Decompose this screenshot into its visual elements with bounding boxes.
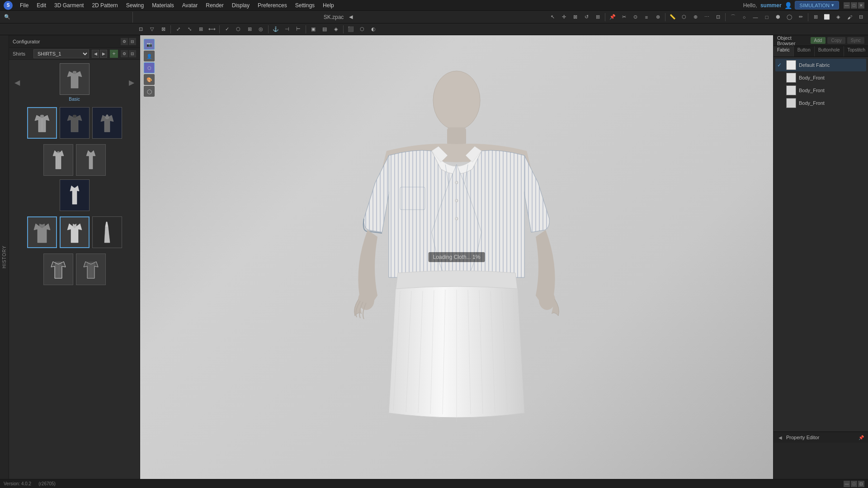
- tool2-flatten[interactable]: ⊞: [195, 24, 206, 35]
- bottom-size-btn[interactable]: ⊡: [858, 481, 864, 487]
- tool2-render-solid[interactable]: ⬛: [345, 24, 356, 35]
- vp-body-btn[interactable]: 👤: [144, 51, 155, 61]
- thumb-shirt-dark[interactable]: [60, 107, 90, 139]
- property-editor-collapse-btn[interactable]: ◀: [777, 434, 783, 441]
- tool-dart[interactable]: ⊙: [630, 12, 641, 23]
- tab-button[interactable]: Button: [794, 46, 815, 56]
- thumb-coat-dark[interactable]: [27, 216, 57, 248]
- thumb-vest-2[interactable]: [76, 144, 106, 176]
- basic-thumbnail[interactable]: [60, 63, 90, 95]
- tool-button[interactable]: ⊕: [690, 12, 701, 23]
- menu-2d-pattern[interactable]: 2D Pattern: [88, 1, 121, 9]
- menu-preferences[interactable]: Preferences: [254, 1, 291, 9]
- menu-help[interactable]: Help: [319, 1, 338, 9]
- fabric-item-default[interactable]: ✓ Default Fabric: [775, 59, 866, 71]
- tool2-invert[interactable]: ⊠: [158, 24, 169, 35]
- tool-elastic[interactable]: ⊗: [652, 12, 663, 23]
- thumb-shirt-thin[interactable]: [60, 179, 90, 211]
- tool-weld[interactable]: ⊡: [712, 12, 723, 23]
- tool2-fold[interactable]: ⤡: [184, 24, 195, 35]
- menu-materials[interactable]: Materials: [148, 1, 178, 9]
- tool-3d-sculpt[interactable]: ◈: [833, 12, 844, 23]
- tool2-snap[interactable]: ◎: [255, 24, 266, 35]
- tool-add-point[interactable]: ○: [739, 12, 750, 23]
- viewport[interactable]: 📷 👤 ⬡ 🎨 ◯: [140, 35, 773, 479]
- fabric-item-body-front-1[interactable]: Body_Front: [775, 71, 866, 84]
- vp-mesh-btn[interactable]: ⬡: [144, 62, 155, 73]
- thumb-striped-2[interactable]: [76, 253, 106, 285]
- tool-polygon[interactable]: ⬢: [773, 12, 783, 23]
- add-shirt-btn[interactable]: +: [110, 50, 118, 58]
- bottom-maximize-btn[interactable]: □: [851, 481, 857, 487]
- close-button[interactable]: ✕: [858, 2, 864, 9]
- tool2-camera-front[interactable]: ▣: [308, 24, 319, 35]
- shirt-select[interactable]: SHIRTS_1: [33, 49, 89, 58]
- tool-remesh[interactable]: ⊟: [855, 12, 866, 23]
- tool-pin[interactable]: 📌: [607, 12, 618, 23]
- vp-sphere-btn[interactable]: ◯: [144, 86, 155, 97]
- tool-trace[interactable]: ⬜: [821, 12, 832, 23]
- add-fabric-btn[interactable]: Add: [811, 37, 826, 44]
- menu-3d-garment[interactable]: 3D Garment: [51, 1, 87, 9]
- menu-avatar[interactable]: Avatar: [179, 1, 201, 9]
- tool2-deselect[interactable]: ▽: [146, 24, 157, 35]
- tool-fabric[interactable]: ⬡: [679, 12, 689, 23]
- settings-btn[interactable]: ⚙: [121, 38, 128, 45]
- nav-prev-btn[interactable]: ◀: [92, 50, 99, 58]
- nav-next-btn[interactable]: ▶: [100, 50, 107, 58]
- tool2-sew[interactable]: ⟷: [207, 24, 217, 35]
- maximize-button[interactable]: □: [851, 2, 857, 9]
- tab-topstitch[interactable]: Topstitch: [844, 46, 868, 56]
- tool2-wireframe[interactable]: ⬡: [357, 24, 368, 35]
- tool-crease[interactable]: ⋯: [701, 12, 712, 23]
- collapse-panel-btn[interactable]: ◀: [345, 12, 356, 23]
- tool-measure[interactable]: 📏: [667, 12, 678, 23]
- search-icon[interactable]: 🔍: [2, 12, 13, 23]
- tool-seam[interactable]: ✂: [618, 12, 629, 23]
- tool-scale[interactable]: ⊠: [570, 12, 580, 23]
- property-editor-pin-btn[interactable]: 📌: [858, 434, 864, 441]
- tool-segment[interactable]: —: [750, 12, 761, 23]
- collapse-configurator-btn[interactable]: ⊟: [129, 38, 136, 45]
- tool-select[interactable]: ↖: [547, 12, 558, 23]
- tool2-check[interactable]: ✓: [222, 24, 232, 35]
- tool2-topology[interactable]: ⬡: [233, 24, 244, 35]
- tool2-grid[interactable]: ⊞: [244, 24, 255, 35]
- simulation-button[interactable]: SIMULATION ▾: [795, 1, 839, 9]
- fabric-item-body-front-2[interactable]: Body_Front: [775, 84, 866, 97]
- vp-color-btn[interactable]: 🎨: [144, 74, 155, 85]
- tool-gather[interactable]: ≡: [641, 12, 652, 23]
- tool-arrange[interactable]: ⊞: [810, 12, 821, 23]
- menu-edit[interactable]: Edit: [33, 1, 50, 9]
- bottom-minimize-btn[interactable]: —: [844, 481, 850, 487]
- menu-render[interactable]: Render: [202, 1, 227, 9]
- tool-move[interactable]: ✛: [558, 12, 569, 23]
- tool2-shaded[interactable]: ◐: [368, 24, 379, 35]
- tool-rect[interactable]: □: [761, 12, 772, 23]
- tool2-unfold[interactable]: ⤢: [173, 24, 184, 35]
- thumb-shirt-1[interactable]: [27, 107, 57, 139]
- basic-nav-next[interactable]: ▶: [127, 67, 136, 99]
- thumb-vest-1[interactable]: [43, 144, 73, 176]
- tool-edit-curve[interactable]: ⌒: [727, 12, 738, 23]
- tool-rotate[interactable]: ↺: [581, 12, 592, 23]
- tool2-select-all[interactable]: ⊡: [135, 24, 146, 35]
- copy-fabric-btn[interactable]: Copy: [827, 37, 845, 44]
- shirt-settings-btn[interactable]: ⚙: [121, 50, 128, 57]
- tab-buttonhole[interactable]: Buttonhole: [815, 46, 844, 56]
- menu-file[interactable]: File: [16, 1, 32, 9]
- thumb-coat-light[interactable]: [60, 216, 90, 248]
- minimize-button[interactable]: —: [844, 2, 850, 9]
- tool2-anchor[interactable]: ⚓: [270, 24, 281, 35]
- sync-fabric-btn[interactable]: Sync: [847, 37, 864, 44]
- tool-mirror[interactable]: ⊞: [592, 12, 603, 23]
- menu-sewing[interactable]: Sewing: [123, 1, 147, 9]
- tab-fabric[interactable]: Fabric: [774, 46, 794, 56]
- tool2-flip[interactable]: ⊢: [293, 24, 304, 35]
- tool2-camera-3d[interactable]: ◈: [330, 24, 341, 35]
- menu-display[interactable]: Display: [228, 1, 253, 9]
- vp-camera-btn[interactable]: 📷: [144, 39, 155, 50]
- tool-circle2[interactable]: ◯: [784, 12, 795, 23]
- thumb-striped-1[interactable]: [43, 253, 73, 285]
- tool-free[interactable]: ✏: [795, 12, 806, 23]
